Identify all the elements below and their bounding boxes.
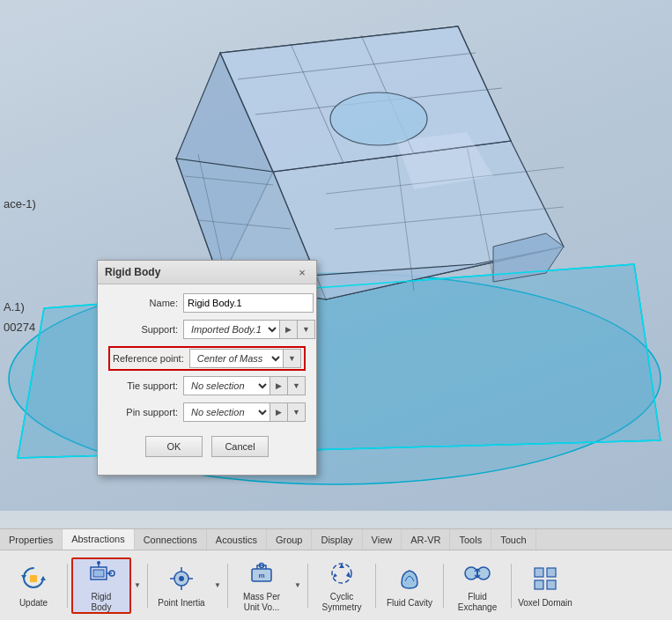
point-inertia-dropdown[interactable]: ▼ [211, 557, 224, 614]
svg-rect-25 [30, 575, 37, 582]
name-input[interactable] [183, 293, 314, 313]
sep1 [67, 564, 68, 608]
dialog-title: Rigid Body [105, 266, 160, 278]
cyclic-symmetry-button[interactable]: Cyclic Symmetry [312, 557, 372, 614]
tab-group[interactable]: Group [267, 529, 313, 550]
tie-support-select[interactable]: No selection [183, 376, 270, 395]
reference-point-label: Reference point: [113, 353, 189, 364]
update-label: Update [19, 598, 48, 609]
close-button[interactable]: × [295, 265, 309, 279]
ref-dropdown-btn[interactable]: ▼ [284, 349, 301, 368]
tab-ar-vr[interactable]: AR-VR [402, 529, 450, 550]
ref-select-wrapper: Center of Mass ▼ [189, 349, 301, 368]
tie-support-row: Tie support: No selection ▶ ▼ [108, 376, 306, 395]
tab-acoustics[interactable]: Acoustics [207, 529, 267, 550]
voxel-domain-label: Voxel Domain [518, 598, 572, 609]
point-inertia-label: Point Inertia [158, 598, 204, 609]
voxel-domain-icon [529, 563, 561, 594]
svg-rect-27 [93, 570, 104, 577]
pin-support-select[interactable]: No selection [183, 402, 270, 422]
tab-properties[interactable]: Properties [0, 529, 63, 550]
reference-point-row: Reference point: Center of Mass ▼ [108, 346, 306, 371]
support-select-wrapper: Imported Body.1 ▶ ▼ [183, 320, 315, 339]
dialog-buttons: OK Cancel [108, 429, 306, 466]
mass-per-unit-label: Mass Per Unit Vo... [234, 592, 289, 613]
cyclic-symmetry-icon [326, 558, 358, 588]
tab-abstractions[interactable]: Abstractions [63, 529, 135, 550]
support-row: Support: Imported Body.1 ▶ ▼ [108, 320, 306, 339]
svg-point-42 [465, 567, 477, 579]
voxel-domain-button[interactable]: Voxel Domain [515, 557, 575, 614]
tie-support-wrapper: No selection ▶ ▼ [183, 376, 306, 395]
point-inertia-button[interactable]: Point Inertia [151, 557, 211, 614]
tab-bar: Properties Abstractions Connections Acou… [0, 529, 672, 550]
sep5 [375, 564, 376, 608]
rigid-body-button[interactable]: RigidBody [71, 557, 131, 614]
svg-point-31 [97, 561, 100, 565]
support-dropdown-btn[interactable]: ▼ [298, 320, 315, 339]
name-label: Name: [108, 298, 183, 308]
point-inertia-icon [166, 563, 197, 594]
pin-arrow-btn[interactable]: ▶ [270, 402, 288, 422]
update-button[interactable]: Update [4, 557, 63, 614]
svg-point-12 [330, 92, 427, 145]
mass-dropdown[interactable]: ▼ [292, 557, 304, 614]
pin-support-row: Pin support: No selection ▶ ▼ [108, 402, 306, 422]
fluid-exchange-icon [462, 558, 493, 588]
svg-rect-45 [535, 568, 543, 577]
rigid-body-icon [85, 558, 117, 588]
svg-rect-46 [547, 568, 556, 577]
mass-per-unit-icon: m [246, 558, 277, 588]
pin-dropdown-btn[interactable]: ▼ [288, 402, 306, 422]
cyclic-symmetry-label: Cyclic Symmetry [314, 592, 369, 613]
svg-point-43 [477, 567, 490, 579]
rigid-body-dropdown[interactable]: ▼ [131, 557, 144, 614]
tab-display[interactable]: Display [312, 529, 362, 550]
sep7 [511, 564, 512, 608]
svg-rect-48 [547, 580, 556, 589]
support-arrow-btn[interactable]: ▶ [280, 320, 298, 339]
dialog-body: Name: Support: Imported Body.1 ▶ ▼ Refer… [98, 284, 316, 475]
tab-connections[interactable]: Connections [135, 529, 207, 550]
reference-point-select[interactable]: Center of Mass [189, 349, 284, 368]
sep3 [227, 564, 228, 608]
tab-tools[interactable]: Tools [450, 529, 491, 550]
support-label: Support: [108, 324, 183, 335]
bottom-toolbar: Properties Abstractions Connections Acou… [0, 528, 672, 620]
support-select[interactable]: Imported Body.1 [183, 320, 280, 339]
svg-point-33 [179, 576, 184, 581]
fluid-cavity-icon [394, 563, 425, 594]
left-panel-text: ace-1) A.1) 00274 [4, 194, 36, 338]
svg-rect-47 [535, 580, 543, 589]
update-icon [18, 563, 49, 594]
tab-touch[interactable]: Touch [491, 529, 535, 550]
fluid-cavity-label: Fluid Cavity [387, 598, 432, 609]
sep6 [443, 564, 444, 608]
svg-text:m: m [258, 572, 264, 579]
svg-marker-24 [41, 576, 46, 580]
rigid-body-label: RigidBody [92, 592, 112, 613]
fluid-exchange-label: Fluid Exchange [450, 592, 505, 613]
rigid-body-dialog: Rigid Body × Name: Support: Imported Bod… [97, 260, 317, 476]
svg-marker-23 [21, 575, 26, 579]
ok-button[interactable]: OK [145, 436, 203, 457]
cancel-button[interactable]: Cancel [211, 436, 269, 457]
fluid-exchange-button[interactable]: Fluid Exchange [447, 557, 507, 614]
tab-view[interactable]: View [363, 529, 402, 550]
tie-support-label: Tie support: [108, 380, 183, 391]
pin-support-label: Pin support: [108, 407, 183, 417]
fluid-cavity-button[interactable]: Fluid Cavity [380, 557, 439, 614]
tie-arrow-btn[interactable]: ▶ [270, 376, 288, 395]
pin-support-wrapper: No selection ▶ ▼ [183, 402, 306, 422]
dialog-title-bar: Rigid Body × [98, 261, 316, 284]
tie-dropdown-btn[interactable]: ▼ [288, 376, 306, 395]
tool-icons-row: Update RigidBody ▼ [0, 550, 672, 620]
name-row: Name: [108, 293, 306, 313]
sep2 [147, 564, 148, 608]
mass-per-unit-button[interactable]: m Mass Per Unit Vo... [232, 557, 292, 614]
sep4 [307, 564, 308, 608]
